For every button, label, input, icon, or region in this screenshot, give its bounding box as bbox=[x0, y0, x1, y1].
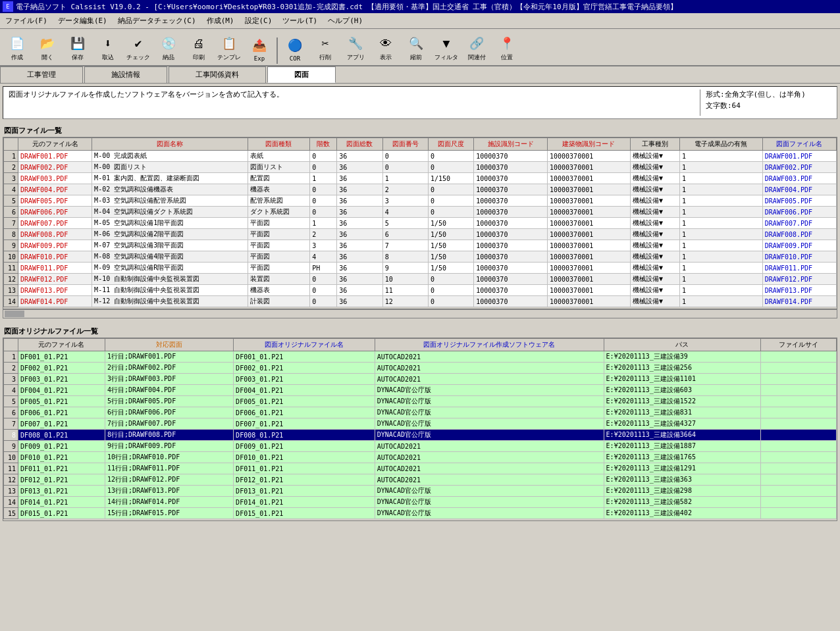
table-row[interactable]: 5DF005_01.P215行目;DRAWF005.PDFDF005_01.P2… bbox=[4, 396, 837, 407]
table-cell: DF010_01.P21 bbox=[234, 452, 375, 463]
table-row[interactable]: 13DF013_01.P2113行目;DRAWF013.PDFDF013_01.… bbox=[4, 486, 837, 497]
table-cell: 2 bbox=[310, 229, 337, 240]
table-cell bbox=[761, 486, 837, 497]
table-row[interactable]: 9DRAWF009.PDFM-07 空気調和設備3階平面図平面図33671/50… bbox=[4, 240, 837, 251]
menu-item-納品データチェック(C)[interactable]: 納品データチェック(C) bbox=[113, 14, 201, 27]
table-cell: M-10 自動制御設備中央監視装置図 bbox=[92, 274, 248, 285]
table-row[interactable]: 14DF014_01.P2114行目;DRAWF014.PDFDF014_01.… bbox=[4, 497, 837, 508]
table-cell: 10000370 bbox=[474, 207, 548, 218]
toolbar-btn-行削[interactable]: ✂行削 bbox=[311, 30, 340, 64]
table-row[interactable]: 11DRAWF011.PDFM-09 空気調和設備R階平面図平面図PH3691/… bbox=[4, 263, 837, 274]
table-cell: 4行目;DRAWF004.PDF bbox=[105, 385, 233, 396]
toolbar-btn-フィルタ[interactable]: ▼フィルタ bbox=[432, 30, 461, 64]
table-row[interactable]: 12DF012_01.P2112行目;DRAWF012.PDFDF012_01.… bbox=[4, 474, 837, 486]
column-header-図面総数: 図面総数 bbox=[337, 138, 382, 151]
lower-table-container: 元のファイル名対応図面図面オリジナルファイル名図面オリジナルファイル作成ソフトウ… bbox=[3, 338, 837, 521]
table-row[interactable]: 6DRAWF006.PDFM-04 空気調和設備ダクト系統図ダクト系統図0364… bbox=[4, 207, 837, 218]
menu-item-ツール(T)[interactable]: ツール(T) bbox=[277, 14, 323, 27]
table-cell: E:¥20201113_三建設備1522 bbox=[604, 396, 761, 407]
table-cell: 10000370001 bbox=[548, 263, 631, 274]
table-cell: AUTOCAD2021 bbox=[375, 463, 604, 474]
toolbar-btn-Exp[interactable]: 📤Exp bbox=[245, 32, 274, 64]
table-cell: 1 bbox=[679, 195, 762, 207]
table-row[interactable]: 5DRAWF005.PDFM-03 空気調和設備配管系統図配管系統図036301… bbox=[4, 195, 837, 207]
table-row[interactable]: 1DRAWF001.PDFM-00 完成図表紙表紙036001000037010… bbox=[4, 151, 837, 162]
table-row[interactable]: 4DF004_01.P214行目;DRAWF004.PDFDF004_01.P2… bbox=[4, 385, 837, 396]
horizontal-scrollbar[interactable] bbox=[3, 309, 837, 318]
table-cell: 機器表 bbox=[248, 184, 310, 195]
table-row[interactable]: 14DRAWF014.PDFM-12 自動制御設備中央監視装置図計装図03612… bbox=[4, 296, 837, 307]
column-header-工事種別: 工事種別 bbox=[630, 138, 679, 151]
menu-item-ファイル(F)[interactable]: ファイル(F) bbox=[0, 14, 53, 27]
menu-item-作成(M)[interactable]: 作成(M) bbox=[201, 14, 240, 27]
toolbar-btn-納品[interactable]: 💿納品 bbox=[154, 30, 183, 64]
menu-item-ヘルプ(H)[interactable]: ヘルプ(H) bbox=[323, 14, 368, 27]
menu-item-データ編集(E)[interactable]: データ編集(E) bbox=[53, 14, 113, 27]
toolbar-btn-縮前[interactable]: 🔍縮前 bbox=[402, 30, 431, 64]
table-row[interactable]: 11DF011_01.P2111行目;DRAWF011.PDFDF011_01.… bbox=[4, 463, 837, 474]
toolbar-btn-チェック[interactable]: ✔チェック bbox=[124, 30, 153, 64]
toolbar-btn-アプリ[interactable]: 🔧アプリ bbox=[341, 30, 370, 64]
table-cell: M-02 空気調和設備機器表 bbox=[92, 184, 248, 195]
table-cell: DF011_01.P21 bbox=[18, 463, 105, 474]
table-cell: 0 bbox=[428, 207, 473, 218]
toolbar-btn-関連付[interactable]: 🔗関連付 bbox=[462, 30, 491, 64]
table-row[interactable]: 15DF015_01.P2115行目;DRAWF015.PDFDF015_01.… bbox=[4, 508, 837, 519]
table-row[interactable]: 13DRAWF013.PDFM-11 自動制御設備中央監視装置図機器表03611… bbox=[4, 285, 837, 296]
toolbar-btn-作成[interactable]: 📄作成 bbox=[3, 30, 32, 64]
toolbar-btn-表示[interactable]: 👁表示 bbox=[371, 30, 400, 64]
table-row[interactable]: 8DRAWF008.PDFM-06 空気調和設備2階平面図平面図23661/50… bbox=[4, 229, 837, 240]
table-row[interactable]: 3DF003_01.P213行目;DRAWF003.PDFDF003_01.P2… bbox=[4, 374, 837, 385]
table-row[interactable]: 7DF007_01.P217行目;DRAWF007.PDFDF007_01.P2… bbox=[4, 418, 837, 430]
table-cell: 1 bbox=[679, 162, 762, 173]
table-cell: 10000370001 bbox=[548, 195, 631, 207]
tab-図面[interactable]: 図面 bbox=[267, 66, 336, 83]
column-header-階数: 階数 bbox=[310, 138, 337, 151]
table-cell bbox=[761, 385, 837, 396]
toolbar-btn-COR[interactable]: 🔵COR bbox=[280, 32, 309, 64]
toolbar-btn-テンプレ[interactable]: 📋テンプレ bbox=[215, 30, 244, 64]
table-cell: DRAWF003.PDF bbox=[18, 173, 92, 184]
tab-施設情報[interactable]: 施設情報 bbox=[84, 66, 167, 83]
table-cell: 10000370 bbox=[474, 229, 548, 240]
table-cell: 10000370001 bbox=[548, 251, 631, 263]
table-cell: 1 bbox=[4, 151, 18, 162]
table-cell: 10行目;DRAWF010.PDF bbox=[105, 452, 233, 463]
table-cell bbox=[761, 508, 837, 519]
toolbar-btn-印刷[interactable]: 🖨印刷 bbox=[184, 30, 213, 64]
table-cell: DRAWF004.PDF bbox=[762, 184, 836, 195]
column-header-施設識別コード: 施設識別コード bbox=[474, 138, 548, 151]
menu-item-設定(C)[interactable]: 設定(C) bbox=[240, 14, 278, 27]
table-row[interactable]: 10DF010_01.P2110行目;DRAWF010.PDFDF010_01.… bbox=[4, 452, 837, 463]
table-cell: E:¥20201113_三建設備363 bbox=[604, 474, 761, 486]
table-cell: M-11 自動制御設備中央監視装置図 bbox=[92, 285, 248, 296]
table-cell: 8 bbox=[382, 251, 428, 263]
table-cell: 1/150 bbox=[428, 173, 473, 184]
table-row[interactable]: 8DF008_01.P218行目;DRAWF008.PDFDF008_01.P2… bbox=[4, 430, 837, 441]
table-row[interactable]: 2DRAWF002.PDFM-00 図面リスト図面リスト036001000037… bbox=[4, 162, 837, 173]
table-row[interactable]: 10DRAWF010.PDFM-08 空気調和設備4階平面図平面図43681/5… bbox=[4, 251, 837, 263]
tab-工事関係資料[interactable]: 工事関係資料 bbox=[169, 66, 266, 83]
table-cell: 10000370 bbox=[474, 195, 548, 207]
table-row[interactable]: 9DF009_01.P219行目;DRAWF009.PDFDF009_01.P2… bbox=[4, 441, 837, 452]
table-cell: 12行目;DRAWF012.PDF bbox=[105, 474, 233, 486]
table-cell: DF015_01.P21 bbox=[234, 508, 375, 519]
toolbar-btn-取込[interactable]: ⬇取込 bbox=[93, 30, 122, 64]
table-cell: DRAWF010.PDF bbox=[762, 251, 836, 263]
tab-工事管理[interactable]: 工事管理 bbox=[0, 66, 83, 83]
table-cell: 10000370001 bbox=[548, 229, 631, 240]
table-row[interactable]: 7DRAWF007.PDFM-05 空気調和設備1階平面図平面図13651/50… bbox=[4, 218, 837, 229]
table-row[interactable]: 12DRAWF012.PDFM-10 自動制御設備中央監視装置図装置図03610… bbox=[4, 274, 837, 285]
table-cell: 表紙 bbox=[248, 151, 310, 162]
toolbar-btn-位置[interactable]: 📍位置 bbox=[492, 30, 521, 64]
toolbar-btn-開く[interactable]: 📂開く bbox=[33, 30, 62, 64]
table-row[interactable]: 1DF001_01.P211行目;DRAWF001.PDFDF001_01.P2… bbox=[4, 351, 837, 363]
table-row[interactable]: 6DF006_01.P216行目;DRAWF006.PDFDF006_01.P2… bbox=[4, 407, 837, 418]
toolbar-btn-保存[interactable]: 💾保存 bbox=[63, 30, 92, 64]
table-row[interactable]: 2DF002_01.P212行目;DRAWF002.PDFDF002_01.P2… bbox=[4, 363, 837, 374]
table-cell bbox=[761, 497, 837, 508]
table-row[interactable]: 3DRAWF003.PDFM-01 案内図、配置図、建築断面図配置図13611/… bbox=[4, 173, 837, 184]
table-cell: DF014_01.P21 bbox=[234, 497, 375, 508]
table-cell: 14行目;DRAWF014.PDF bbox=[105, 497, 233, 508]
table-row[interactable]: 4DRAWF004.PDFM-02 空気調和設備機器表機器表0362010000… bbox=[4, 184, 837, 195]
